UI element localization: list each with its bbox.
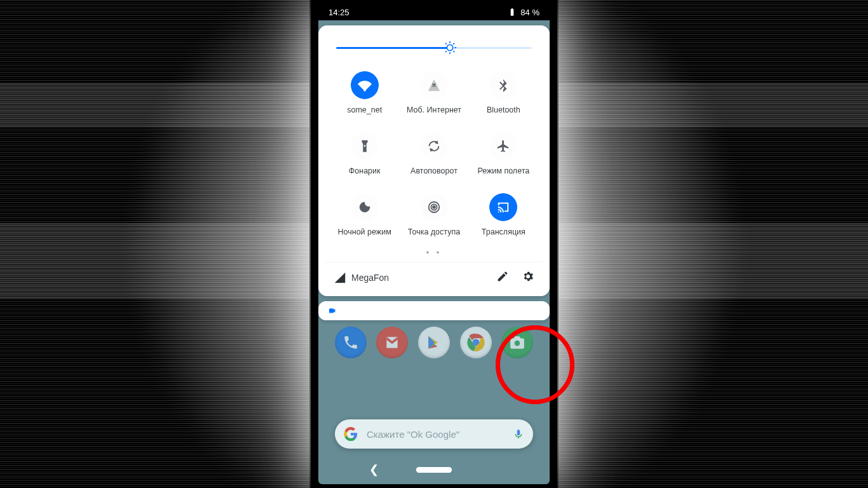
tile-auto-rotate[interactable]: Автоповорот <box>399 132 468 175</box>
notification-row[interactable] <box>318 301 550 320</box>
battery-icon <box>508 8 517 17</box>
nav-home-pill[interactable] <box>416 467 452 473</box>
google-g-icon <box>344 427 358 441</box>
app-chrome[interactable] <box>460 327 492 358</box>
tiles-grid: some_net Моб. Интернет Bluetooth Фонарик <box>325 64 543 240</box>
nav-bar: ❮ <box>318 455 550 484</box>
tile-label: Фонарик <box>349 166 381 175</box>
app-phone[interactable] <box>335 327 367 358</box>
tile-hotspot[interactable]: Точка доступа <box>399 193 468 236</box>
brightness-thumb-icon[interactable] <box>443 41 457 55</box>
qs-footer: MegaFon <box>325 262 543 291</box>
svg-point-0 <box>447 44 452 50</box>
mic-icon[interactable] <box>513 427 524 441</box>
tile-cast[interactable]: Трансляция <box>469 193 538 236</box>
flashlight-icon <box>358 139 372 153</box>
google-search-bar[interactable]: Скажите "Оk Google" <box>335 419 533 449</box>
tile-airplane-mode[interactable]: Режим полета <box>469 132 538 175</box>
search-hint: Скажите "Оk Google" <box>367 429 459 440</box>
svg-line-5 <box>445 43 446 44</box>
rotate-icon <box>427 139 441 153</box>
tile-mobile-data[interactable]: Моб. Интернет <box>399 71 468 114</box>
brightness-slider[interactable] <box>336 37 532 58</box>
static-noise-background: 14:25 84 % some_net <box>0 0 868 488</box>
open-settings-button[interactable] <box>522 270 534 285</box>
tile-wifi[interactable]: some_net <box>330 71 399 114</box>
brightness-track <box>336 47 532 49</box>
tile-bluetooth[interactable]: Bluetooth <box>469 71 538 114</box>
bluetooth-icon <box>496 78 510 92</box>
tile-label: Режим полета <box>477 166 529 175</box>
pencil-icon <box>496 270 509 283</box>
mobile-data-icon <box>427 78 441 92</box>
hotspot-icon <box>427 200 441 214</box>
airplane-icon <box>496 139 510 153</box>
page-indicator: ● ● <box>325 240 543 262</box>
app-camera[interactable] <box>501 327 533 358</box>
status-time: 14:25 <box>329 8 349 17</box>
app-gmail[interactable] <box>376 327 408 358</box>
tile-label: some_net <box>347 105 382 114</box>
gear-icon <box>522 270 534 283</box>
quick-settings-panel: some_net Моб. Интернет Bluetooth Фонарик <box>318 25 550 296</box>
tile-label: Bluetooth <box>487 105 520 114</box>
signal-icon <box>334 271 346 284</box>
tile-label: Ночной режим <box>338 227 391 236</box>
tile-label: Моб. Интернет <box>407 105 461 114</box>
edit-tiles-button[interactable] <box>496 270 509 285</box>
wifi-icon <box>358 78 372 92</box>
tile-label: Трансляция <box>482 227 526 236</box>
svg-line-6 <box>453 51 454 52</box>
phone-screen: 14:25 84 % some_net <box>318 4 550 484</box>
phone-frame: 14:25 84 % some_net <box>311 0 557 488</box>
moon-icon <box>358 200 372 214</box>
nav-back-button[interactable]: ❮ <box>369 463 379 477</box>
app-play-store[interactable] <box>418 327 450 358</box>
svg-point-9 <box>433 206 435 208</box>
tile-label: Точка доступа <box>408 227 460 236</box>
svg-line-7 <box>445 51 446 52</box>
svg-line-8 <box>453 43 454 44</box>
status-bar: 14:25 84 % <box>318 4 550 20</box>
home-dock <box>318 327 550 358</box>
video-icon <box>327 307 337 315</box>
tile-night-mode[interactable]: Ночной режим <box>330 193 399 236</box>
cast-icon <box>496 200 510 214</box>
tile-label: Автоповорот <box>410 166 458 175</box>
status-battery: 84 % <box>520 8 539 17</box>
tile-flashlight[interactable]: Фонарик <box>330 132 399 175</box>
carrier-name: MegaFon <box>351 273 389 283</box>
